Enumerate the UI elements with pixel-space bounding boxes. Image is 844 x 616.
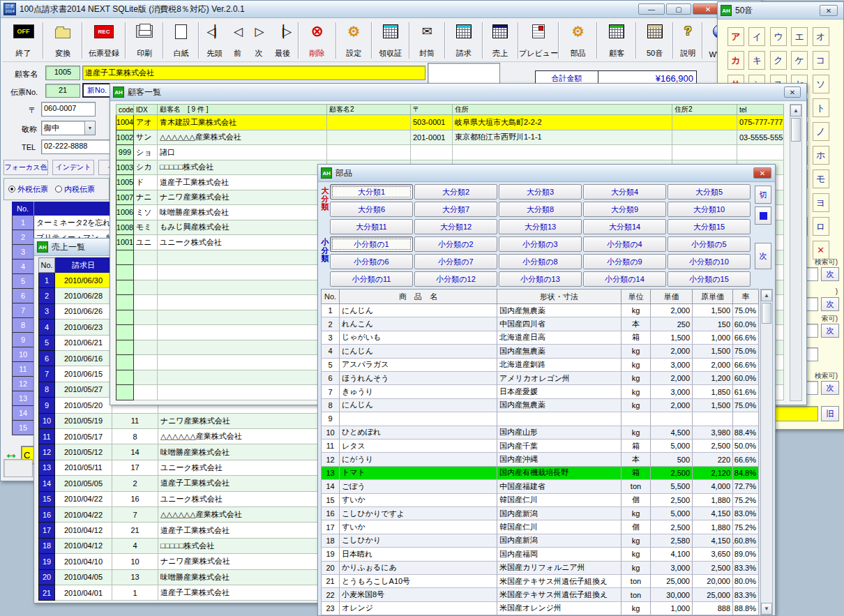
kana-key-ケ[interactable]: ケ [791, 51, 808, 70]
sales-row[interactable]: 132010/05/1117ユニーク株式会社 [38, 460, 329, 476]
kana-key-エ[interactable]: エ [791, 27, 808, 46]
kana-clear-button[interactable]: ✕ [813, 241, 829, 260]
toolbar-preview-button[interactable]: プレビュー [521, 21, 556, 60]
major-category-button-9[interactable]: 大分類9 [583, 202, 666, 217]
kana-key-ト[interactable]: ト [813, 98, 829, 117]
minor-category-button-4[interactable]: 小分類の4 [583, 236, 666, 252]
minor-category-button-3[interactable]: 小分類の3 [499, 236, 582, 252]
customer-code-field[interactable]: 1005 [45, 66, 80, 80]
major-category-button-2[interactable]: 大分類2 [414, 184, 497, 200]
parts-row[interactable]: 13トマト国内産有機栽培長野箱2,5002,12084.8% [321, 467, 759, 480]
parts-row[interactable]: 9 [321, 412, 759, 426]
major-category-button-8[interactable]: 大分類8 [499, 202, 582, 217]
new-no-button[interactable]: 新No. [82, 83, 112, 98]
toolbar-sales-button[interactable]: 売上 [485, 21, 516, 60]
minor-category-button-11[interactable]: 小分類の11 [330, 271, 413, 287]
parts-row[interactable]: 21とうもろこしA10号米国産テキサス州遺伝子組換えton25,00020,00… [321, 575, 759, 588]
sales-row[interactable]: 172010/04/1221道産子工業株式会社 [38, 523, 329, 538]
toolbar-convert-button[interactable]: 変換 [46, 21, 79, 60]
parts-row[interactable]: 8にんじん国内産無農薬kg2,0001,50075.0% [321, 399, 759, 412]
major-category-button-10[interactable]: 大分類10 [668, 202, 751, 217]
parts-row[interactable]: 16こしひかりですよ国内産新潟kg5,0004,15083.0% [321, 507, 759, 520]
parts-close-button[interactable]: ✕ [753, 167, 771, 179]
parts-row[interactable]: 23オレンジ米国産オレンジ州kg1,00088888.8% [321, 602, 759, 615]
toolbar-last-button[interactable]: ▕▷最後 [269, 21, 296, 60]
toolbar-envelope-button[interactable]: ✉封筒 [412, 21, 443, 60]
sales-row[interactable]: 212010/04/011道産子工業株式会社 [38, 585, 329, 601]
minor-category-button-9[interactable]: 小分類の9 [583, 254, 666, 269]
customer-titlebar[interactable]: AH 顧客一覧 [110, 84, 806, 101]
parts-row[interactable]: 3じゃがいも北海道産日高箱1,5001,00066.6% [321, 331, 759, 345]
option-button-1[interactable]: フォーカス色 [3, 160, 48, 175]
sales-row[interactable]: 202010/04/0513味噌勝産業株式会社 [38, 570, 329, 585]
toolbar-invoice-button[interactable]: 請求 [448, 21, 479, 60]
minor-category-button-12[interactable]: 小分類の12 [414, 271, 497, 287]
old-button[interactable]: 旧 [821, 406, 839, 421]
scroll-thumb[interactable] [762, 303, 771, 324]
kana-close-button[interactable]: ✕ [820, 5, 838, 16]
sales-row[interactable]: 142010/05/052道産子工業株式会社 [38, 476, 329, 491]
customer-row[interactable]: 999ショ諸口 [116, 145, 784, 160]
scroll-thumb[interactable] [791, 118, 801, 142]
tel-field[interactable]: 02-222-8888 [41, 140, 114, 154]
parts-row[interactable]: 14ごぼう中国産福建省ton5,5004,00072.7% [321, 480, 759, 493]
toolbar-prev-button[interactable]: ◁前 [227, 21, 248, 60]
parts-row[interactable]: 19日本晴れ国内産福岡kg4,1003,65089.0% [321, 548, 759, 561]
customer-row[interactable]: 1002サン△△△△△△産業株式会社201-0001東京都狛江市西野川1-1-1… [116, 130, 784, 146]
minor-category-button-5[interactable]: 小分類の5 [668, 236, 751, 252]
major-category-button-12[interactable]: 大分類12 [414, 219, 497, 234]
major-category-button-4[interactable]: 大分類4 [583, 184, 666, 200]
sales-row[interactable]: 122010/05/1214味噌勝産業株式会社 [38, 444, 329, 460]
maximize-button[interactable]: ▢ [666, 3, 691, 15]
parts-row[interactable]: 20かりふぉるにあ米国産カリフォルニア州kg3,0002,50083.3% [321, 562, 759, 575]
cut-button[interactable]: 切 [755, 186, 771, 204]
major-category-button-7[interactable]: 大分類7 [414, 202, 497, 217]
toolbar-help-button[interactable]: ?説明 [676, 21, 700, 60]
minor-category-button-8[interactable]: 小分類の8 [499, 254, 582, 269]
customer-close-button[interactable]: ✕ [784, 87, 801, 98]
kana-key-ヨ[interactable]: ヨ [813, 193, 829, 212]
kana-key-イ[interactable]: イ [748, 27, 765, 46]
customer-scrollbar[interactable]: ▲ [790, 104, 802, 401]
blue-square-button[interactable] [755, 206, 771, 225]
parts-row[interactable]: 1にんじん国内産無農薬kg2,0001,50075.0% [321, 304, 759, 317]
major-category-button-14[interactable]: 大分類14 [583, 219, 666, 234]
honorific-select[interactable]: 御中 ▼ [41, 121, 96, 135]
parts-row[interactable]: 4にんじん国内産無農薬kg2,0001,50075.0% [321, 345, 759, 358]
kana-key-ア[interactable]: ア [728, 27, 744, 46]
toolbar-delete-button[interactable]: ⊗削除 [301, 21, 333, 60]
major-category-button-13[interactable]: 大分類13 [499, 219, 582, 234]
slip-no-field[interactable]: 21 [45, 84, 80, 98]
toolbar-blank-button[interactable]: 白紙 [166, 21, 197, 60]
search-next-button[interactable]: 次 [821, 324, 839, 338]
major-category-button-5[interactable]: 大分類5 [668, 184, 751, 200]
parts-row[interactable]: 17すいか韓国産仁川個2,5001,88075.2% [321, 520, 759, 534]
toolbar-off-button[interactable]: OFF終了 [6, 21, 40, 60]
postal-field[interactable]: 060-0007 [41, 102, 96, 117]
scroll-up-button[interactable]: ▲ [761, 290, 772, 301]
toolbar-next-button[interactable]: ▷次 [248, 21, 269, 60]
parts-row[interactable]: 22小麦米国8号米国産テキサス州遺伝子組換えton30,00025,00083.… [321, 588, 759, 601]
parts-titlebar[interactable]: AH 部品 [318, 165, 775, 182]
kana-key-キ[interactable]: キ [748, 51, 765, 70]
tax-radio-1[interactable]: 外税伝票 [8, 184, 48, 195]
parts-row[interactable]: 5アスパラガス北海道産釧路kg3,0002,00066.6% [321, 359, 759, 372]
sales-row[interactable]: 102010/05/1911ナニワ産業株式会社 [38, 414, 329, 429]
search-next-button[interactable]: 次 [821, 297, 839, 311]
major-category-button-15[interactable]: 大分類15 [668, 219, 751, 234]
kana-key-コ[interactable]: コ [813, 51, 829, 70]
sales-row[interactable]: 192010/04/1010ナニワ産業株式会社 [38, 554, 329, 569]
minor-category-button-14[interactable]: 小分類の14 [583, 271, 666, 287]
kana-key-ホ[interactable]: ホ [813, 146, 829, 165]
minor-category-button-7[interactable]: 小分類の7 [414, 254, 497, 269]
kana-key-ウ[interactable]: ウ [770, 27, 787, 46]
parts-row[interactable]: 2れんこん中国産四川省本25015060.0% [321, 317, 759, 331]
kana-key-ク[interactable]: ク [770, 51, 787, 70]
parts-row[interactable]: 15すいか韓国産仁川個2,5001,88075.2% [321, 494, 759, 507]
toolbar-receipt-button[interactable]: 領収証 [375, 21, 406, 60]
spare-box[interactable] [3, 459, 33, 477]
scroll-down-button[interactable]: ▼ [761, 603, 772, 615]
minor-category-button-10[interactable]: 小分類の10 [668, 254, 751, 269]
toolbar-settings-button[interactable]: ⚙設定 [339, 21, 370, 60]
kana-key-ノ[interactable]: ノ [813, 122, 829, 141]
